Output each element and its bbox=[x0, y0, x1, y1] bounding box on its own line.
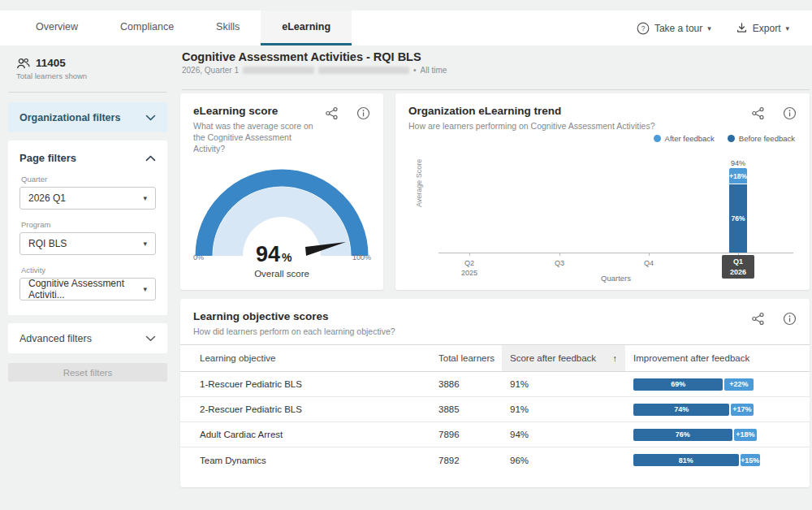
activity-field-label: Activity bbox=[21, 266, 156, 274]
improvement-bar: 74% +17% bbox=[625, 404, 810, 416]
table-row: Team Dynamics 7892 96% 81% +15% bbox=[180, 447, 810, 473]
chevron-down-icon bbox=[145, 115, 156, 121]
tick-q4: Q4 bbox=[631, 258, 667, 268]
tab-elearning[interactable]: eLearning bbox=[261, 11, 352, 45]
before-feedback-segment: 76% bbox=[633, 429, 732, 441]
chevron-down-icon: ▾ bbox=[707, 24, 711, 32]
tick-mark bbox=[469, 253, 470, 256]
gauge-value: 94 bbox=[256, 242, 280, 264]
table-row: Adult Cardiac Arrest 7896 94% 76% +18% bbox=[180, 422, 810, 447]
score-gauge: 94 % 0% 100% Overall score bbox=[192, 165, 372, 279]
subtitle-period: 2026, Quarter 1 bbox=[182, 66, 239, 75]
program-field-label: Program bbox=[21, 220, 156, 229]
column-learning-objective[interactable]: Learning objective bbox=[200, 345, 438, 371]
score-card-title: eLearning score bbox=[193, 105, 325, 117]
subtitle-bullet: • bbox=[413, 66, 417, 75]
table-row: 1-Rescuer Pediatric BLS 3886 91% 69% +22… bbox=[180, 372, 810, 397]
learner-count: 11405 bbox=[36, 57, 66, 69]
column-improvement-after-feedback[interactable]: Improvement after feedback bbox=[625, 345, 810, 371]
trend-card: Organization eLearning trend How are lea… bbox=[395, 93, 810, 290]
share-icon[interactable] bbox=[325, 106, 339, 120]
trend-plot: Average Score Q2 2025 Q3 Q4 Q1 2026 Quar… bbox=[395, 93, 810, 290]
quarter-field-label: Quarter bbox=[21, 175, 156, 184]
gauge-percent-sign: % bbox=[282, 251, 292, 264]
filter-sidebar: 11405 Total learners shown Organizationa… bbox=[0, 45, 175, 510]
gauge-min-label: 0% bbox=[193, 253, 204, 261]
tab-skills[interactable]: Skills bbox=[195, 11, 261, 45]
advanced-filters-toggle[interactable]: Advanced filters bbox=[8, 323, 167, 353]
caret-down-icon: ▾ bbox=[143, 285, 147, 293]
take-a-tour-button[interactable]: ? Take a tour ▾ bbox=[637, 22, 711, 35]
improvement-segment: +22% bbox=[724, 378, 753, 391]
improvement-segment: +18% bbox=[734, 429, 758, 441]
x-axis-line bbox=[438, 253, 793, 253]
info-icon[interactable] bbox=[356, 106, 370, 120]
tick-mark bbox=[649, 253, 650, 256]
svg-text:?: ? bbox=[641, 24, 646, 32]
learner-count-block: 11405 Total learners shown bbox=[8, 57, 167, 80]
chevron-down-icon bbox=[145, 335, 156, 342]
page-subtitle: 2026, Quarter 1 • All time bbox=[182, 66, 810, 75]
objectives-table: Learning objective Total learners Score … bbox=[180, 344, 810, 473]
learner-count-caption: Total learners shown bbox=[16, 71, 167, 80]
improvement-segment: +15% bbox=[741, 454, 760, 466]
improvement-bar: 76% +18% bbox=[625, 429, 810, 441]
reset-filters-button[interactable]: Reset filters bbox=[8, 363, 167, 382]
advanced-filters-label: Advanced filters bbox=[19, 333, 92, 344]
activity-select[interactable]: Cognitive Assessment Activiti... ▾ bbox=[19, 278, 156, 300]
learning-objectives-card: Learning objective scores How did learne… bbox=[180, 299, 810, 487]
y-axis-label: Average Score bbox=[415, 159, 423, 207]
improvement-bar: 81% +15% bbox=[625, 454, 810, 466]
redacted-text bbox=[243, 67, 314, 74]
tab-overview[interactable]: Overview bbox=[15, 11, 99, 45]
activity-select-value: Cognitive Assessment Activiti... bbox=[28, 278, 143, 300]
q1-2026-bar[interactable]: +18% 76% bbox=[729, 168, 747, 253]
table-row: 2-Rescuer Pediatric BLS 3885 91% 74% +17… bbox=[180, 397, 810, 422]
share-icon[interactable] bbox=[751, 312, 765, 326]
organizational-filters-label: Organizational filters bbox=[19, 112, 120, 123]
tick-q3: Q3 bbox=[542, 258, 577, 268]
sort-ascending-icon: ↑ bbox=[613, 353, 618, 363]
tab-compliance[interactable]: Compliance bbox=[99, 11, 195, 45]
download-icon bbox=[736, 22, 748, 34]
gauge-figure: 94 % 0% 100% bbox=[192, 165, 372, 264]
window-top-strip bbox=[0, 0, 812, 11]
take-a-tour-label: Take a tour bbox=[654, 23, 702, 34]
column-score-after-feedback[interactable]: Score after feedback ↑ bbox=[502, 345, 625, 371]
nav-tabs: Overview Compliance Skills eLearning bbox=[0, 11, 352, 45]
quarter-select-value: 2026 Q1 bbox=[28, 192, 66, 204]
x-axis-title: Quarters bbox=[438, 274, 793, 283]
export-label: Export bbox=[753, 23, 781, 34]
subtitle-timerange: All time bbox=[421, 66, 447, 75]
score-card-subtitle: What was the average score on the Cognit… bbox=[193, 120, 325, 155]
page-filters-toggle[interactable]: Page filters bbox=[19, 152, 156, 164]
table-card-title: Learning objective scores bbox=[193, 310, 395, 322]
chevron-up-icon bbox=[145, 155, 156, 162]
redacted-text bbox=[318, 67, 409, 74]
improvement-segment: +17% bbox=[731, 404, 753, 416]
page-header: Cognitive Assessment Activities - RQI BL… bbox=[182, 50, 810, 75]
page-title: Cognitive Assessment Activities - RQI BL… bbox=[182, 50, 810, 63]
export-button[interactable]: Export ▾ bbox=[736, 22, 789, 34]
gauge-max-label: 100% bbox=[352, 253, 371, 261]
top-nav: Overview Compliance Skills eLearning ? T… bbox=[0, 11, 812, 45]
tick-mark bbox=[559, 253, 560, 256]
table-card-subtitle: How did learners perform on each learnin… bbox=[193, 326, 395, 337]
learners-icon bbox=[16, 58, 30, 69]
bar-before-segment: 76% bbox=[729, 184, 747, 253]
before-feedback-segment: 69% bbox=[633, 378, 723, 391]
column-total-learners[interactable]: Total learners bbox=[438, 345, 510, 371]
sidebar-divider bbox=[8, 92, 167, 93]
page-filters-panel: Page filters Quarter 2026 Q1 ▾ Program R… bbox=[8, 140, 167, 315]
bar-after-segment: +18% bbox=[729, 168, 747, 184]
organizational-filters-toggle[interactable]: Organizational filters bbox=[8, 102, 167, 132]
chevron-down-icon: ▾ bbox=[785, 24, 789, 32]
program-select-value: RQI BLS bbox=[28, 238, 67, 249]
caret-down-icon: ▾ bbox=[143, 240, 147, 248]
quarter-select[interactable]: 2026 Q1 ▾ bbox=[19, 187, 156, 210]
program-select[interactable]: RQI BLS ▾ bbox=[19, 232, 156, 255]
question-circle-icon: ? bbox=[637, 22, 650, 35]
info-icon[interactable] bbox=[783, 312, 797, 326]
before-feedback-segment: 74% bbox=[633, 404, 729, 416]
caret-down-icon: ▾ bbox=[143, 194, 147, 202]
